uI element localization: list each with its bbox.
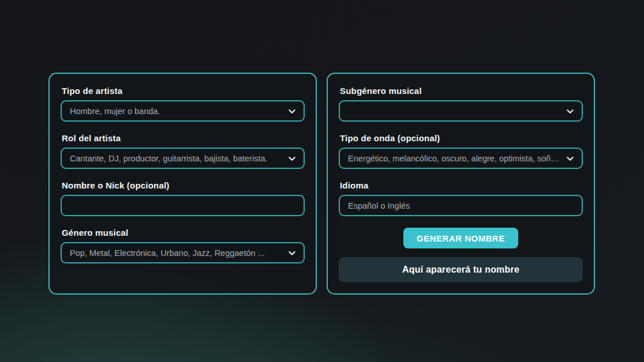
result-text: Aquí aparecerá tu nombre xyxy=(402,265,519,275)
artist-form-panel: Tipo de artista Hombre, mujer o banda. R… xyxy=(48,73,317,295)
genero-musical-label: Género musical xyxy=(62,228,305,237)
result-box: Aquí aparecerá tu nombre xyxy=(339,257,583,282)
generar-nombre-button[interactable]: GENERAR NOMBRE xyxy=(403,228,518,248)
idioma-label: Idioma xyxy=(340,180,583,190)
tipo-de-onda-select[interactable]: Energético, melancólico, oscuro, alegre,… xyxy=(339,148,583,169)
rol-del-artista-select[interactable]: Cantante, DJ, productor, guitarrista, ba… xyxy=(61,148,305,169)
subgenero-musical-select[interactable] xyxy=(339,100,583,122)
app-background: Tipo de artista Hombre, mujer o banda. R… xyxy=(0,0,644,362)
chevron-down-icon xyxy=(566,154,575,163)
tipo-de-artista-select[interactable]: Hombre, mujer o banda. xyxy=(61,100,305,122)
chevron-down-icon xyxy=(287,248,297,258)
generator-panel: Subgénero musical Tipo de onda (opcional… xyxy=(327,73,595,295)
chevron-down-icon xyxy=(287,154,297,163)
chevron-down-icon xyxy=(287,107,297,116)
rol-del-artista-placeholder: Cantante, DJ, productor, guitarrista, ba… xyxy=(70,154,283,163)
tipo-de-onda-label: Tipo de onda (opcional) xyxy=(340,133,583,143)
rol-del-artista-label: Rol del artista xyxy=(62,133,305,143)
genero-musical-placeholder: Pop, Metal, Electrónica, Urbano, Jazz, R… xyxy=(70,248,283,258)
idioma-input[interactable] xyxy=(339,195,583,216)
tipo-de-artista-label: Tipo de artista xyxy=(62,86,305,96)
chevron-down-icon xyxy=(566,107,575,116)
subgenero-musical-label: Subgénero musical xyxy=(340,86,583,96)
nombre-nick-label: Nombre o Nick (opcional) xyxy=(62,180,305,190)
tipo-de-artista-placeholder: Hombre, mujer o banda. xyxy=(70,107,283,116)
genero-musical-select[interactable]: Pop, Metal, Electrónica, Urbano, Jazz, R… xyxy=(61,242,305,263)
nombre-nick-input[interactable] xyxy=(61,195,305,216)
tipo-de-onda-placeholder: Energético, melancólico, oscuro, alegre,… xyxy=(348,154,561,163)
